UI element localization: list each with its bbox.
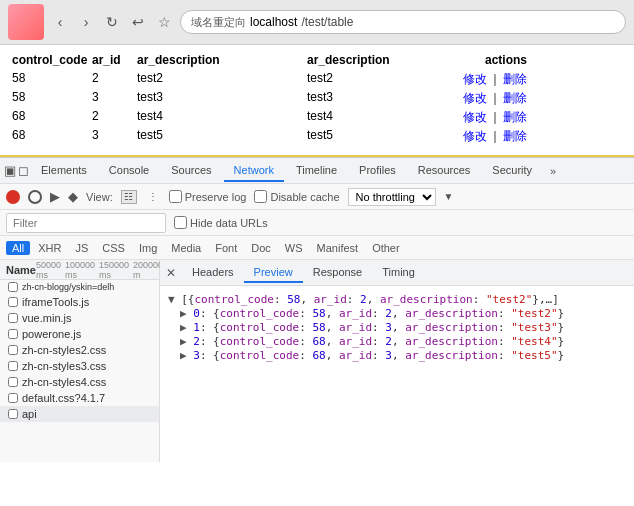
delete-link[interactable]: 删除	[503, 91, 527, 105]
file-checkbox[interactable]	[8, 377, 18, 387]
cell-control: 58	[12, 71, 92, 88]
list-item[interactable]: vue.min.js	[0, 310, 159, 326]
tab-elements[interactable]: Elements	[31, 160, 97, 182]
preserve-log-label[interactable]: Preserve log	[169, 190, 247, 203]
star-btn[interactable]: ☆	[154, 12, 174, 32]
tab-profiles[interactable]: Profiles	[349, 160, 406, 182]
toggle-1[interactable]: ▶	[180, 321, 187, 334]
type-btn-all[interactable]: All	[6, 241, 30, 255]
list-item[interactable]: zh-cn-styles3.css	[0, 358, 159, 374]
view-list-icon[interactable]: ☷	[121, 190, 137, 204]
list-item[interactable]: zh-cn-blogg/yskin=delh	[0, 280, 159, 294]
browser-toolbar: ‹ › ↻ ↩ ☆ 域名重定向 localhost /test/table	[0, 0, 634, 44]
toggle-expand[interactable]: ▼	[168, 293, 175, 306]
type-btn-media[interactable]: Media	[165, 241, 207, 255]
filter-icon[interactable]: ◆	[68, 189, 78, 204]
file-checkbox[interactable]	[8, 361, 18, 371]
edit-link[interactable]: 修改	[463, 91, 487, 105]
toggle-3[interactable]: ▶	[180, 349, 187, 362]
undo-btn[interactable]: ↩	[128, 12, 148, 32]
file-checkbox[interactable]	[8, 282, 18, 292]
delete-link[interactable]: 删除	[503, 72, 527, 86]
tab-security[interactable]: Security	[482, 160, 542, 182]
list-item[interactable]: default.css?4.1.7	[0, 390, 159, 406]
tab-network[interactable]: Network	[224, 160, 284, 182]
record-button[interactable]	[6, 190, 20, 204]
address-bar[interactable]: 域名重定向 localhost /test/table	[180, 10, 626, 34]
panel-close-btn[interactable]: ✕	[160, 264, 182, 282]
table-row: 58 3 test3 test3 修改｜删除	[12, 90, 622, 107]
panel-content: ▼ [{control_code: 58, ar_id: 2, ar_descr…	[160, 286, 634, 462]
file-checkbox[interactable]	[8, 329, 18, 339]
disable-cache-checkbox[interactable]	[254, 190, 267, 203]
type-btn-other[interactable]: Other	[366, 241, 406, 255]
type-btn-manifest[interactable]: Manifest	[311, 241, 365, 255]
tab-more-icon[interactable]: »	[544, 161, 562, 181]
back-btn[interactable]: ‹	[50, 12, 70, 32]
hide-data-urls-checkbox[interactable]	[174, 216, 187, 229]
avatar	[8, 4, 44, 40]
cell-ardesc1: test3	[137, 90, 257, 107]
device-toolbar-icon[interactable]: ◻	[18, 163, 29, 178]
tab-timing[interactable]: Timing	[372, 263, 425, 283]
type-btn-font[interactable]: Font	[209, 241, 243, 255]
reload-btn[interactable]: ↻	[102, 12, 122, 32]
file-checkbox[interactable]	[8, 409, 18, 419]
tab-console[interactable]: Console	[99, 160, 159, 182]
tab-headers[interactable]: Headers	[182, 263, 244, 283]
type-btn-css[interactable]: CSS	[96, 241, 131, 255]
url-path: /test/table	[301, 15, 353, 29]
filter-input[interactable]	[6, 213, 166, 233]
edit-link[interactable]: 修改	[463, 129, 487, 143]
type-btn-xhr[interactable]: XHR	[32, 241, 67, 255]
col-header-arid: ar_id	[92, 53, 137, 67]
file-checkbox[interactable]	[8, 393, 18, 403]
cell-ardesc1: test4	[137, 109, 257, 126]
tab-response[interactable]: Response	[303, 263, 373, 283]
disable-cache-label[interactable]: Disable cache	[254, 190, 339, 203]
tab-preview[interactable]: Preview	[244, 263, 303, 283]
file-checkbox[interactable]	[8, 297, 18, 307]
delete-link[interactable]: 删除	[503, 110, 527, 124]
throttle-select[interactable]: No throttling	[348, 188, 436, 206]
json-line: ▶ 3: {control_code: 68, ar_id: 3, ar_des…	[168, 349, 626, 362]
delete-link[interactable]: 删除	[503, 129, 527, 143]
list-item[interactable]: zh-cn-styles4.css	[0, 374, 159, 390]
type-btn-doc[interactable]: Doc	[245, 241, 277, 255]
file-name: powerone.js	[22, 328, 81, 340]
toggle-2[interactable]: ▶	[180, 335, 187, 348]
stop-button[interactable]	[28, 190, 42, 204]
cell-control: 68	[12, 128, 92, 145]
list-item-api[interactable]: api	[0, 406, 159, 422]
hide-data-urls-label[interactable]: Hide data URLs	[174, 216, 268, 229]
forward-btn[interactable]: ›	[76, 12, 96, 32]
filter-bar: Hide data URLs	[0, 210, 634, 236]
list-item[interactable]: powerone.js	[0, 326, 159, 342]
file-checkbox[interactable]	[8, 345, 18, 355]
table-header: control_code ar_id ar_description ar_des…	[12, 53, 622, 67]
file-checkbox[interactable]	[8, 313, 18, 323]
edit-link[interactable]: 修改	[463, 72, 487, 86]
type-btn-ws[interactable]: WS	[279, 241, 309, 255]
table-row: 58 2 test2 test2 修改｜删除	[12, 71, 622, 88]
tab-timeline[interactable]: Timeline	[286, 160, 347, 182]
tab-sources[interactable]: Sources	[161, 160, 221, 182]
cell-control: 58	[12, 90, 92, 107]
type-btn-img[interactable]: Img	[133, 241, 163, 255]
list-item[interactable]: zh-cn-styles2.css	[0, 342, 159, 358]
list-item[interactable]: iframeTools.js	[0, 294, 159, 310]
table-row: 68 3 test5 test5 修改｜删除	[12, 128, 622, 145]
edit-link[interactable]: 修改	[463, 110, 487, 124]
view-tree-icon[interactable]: ⋮	[145, 190, 161, 204]
preserve-log-checkbox[interactable]	[169, 190, 182, 203]
cell-actions: 修改｜删除	[447, 109, 527, 126]
throttle-dropdown-icon[interactable]: ▼	[444, 191, 454, 202]
file-name-api: api	[22, 408, 37, 420]
tab-resources[interactable]: Resources	[408, 160, 481, 182]
cell-ardesc2: test2	[307, 71, 427, 88]
inspect-element-icon[interactable]: ▣	[4, 163, 16, 178]
cell-actions: 修改｜删除	[447, 128, 527, 145]
toggle-0[interactable]: ▶	[180, 307, 187, 320]
type-btn-js[interactable]: JS	[69, 241, 94, 255]
video-icon[interactable]: ▶	[50, 189, 60, 204]
